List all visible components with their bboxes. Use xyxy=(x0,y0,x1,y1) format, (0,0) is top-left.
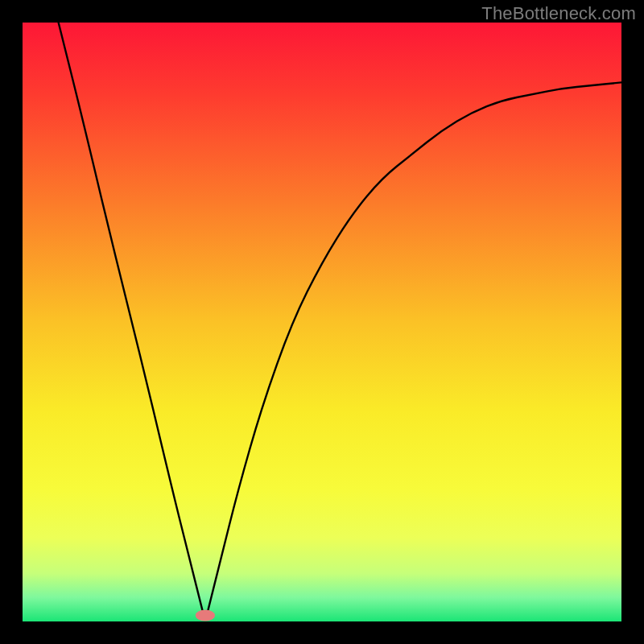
svg-rect-0 xyxy=(23,23,621,621)
chart-svg xyxy=(23,23,621,621)
chart-frame xyxy=(0,0,644,644)
watermark-text: TheBottleneck.com xyxy=(481,3,636,24)
plot-area xyxy=(23,23,621,621)
chart-container: TheBottleneck.com xyxy=(0,0,644,644)
optimal-point-marker xyxy=(196,610,215,621)
